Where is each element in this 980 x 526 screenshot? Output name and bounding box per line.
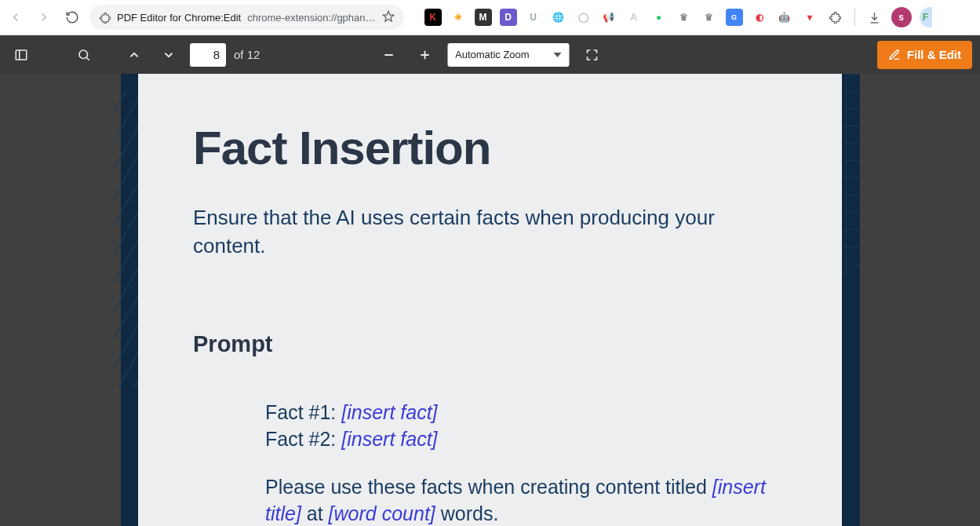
downloads-icon[interactable]	[866, 9, 883, 26]
separator	[854, 9, 855, 26]
extension-icon	[99, 12, 111, 24]
ext-icon-2[interactable]: ✳	[450, 9, 467, 26]
fact-2-placeholder: [insert fact]	[341, 428, 437, 450]
ext-icon-4[interactable]: D	[500, 9, 517, 26]
document-subtitle: Ensure that the AI uses certain facts wh…	[193, 203, 787, 261]
browser-toolbar: PDF Editor for Chrome:Edit chrome-extens…	[0, 0, 980, 35]
ext-icon-11[interactable]: ♛	[676, 9, 693, 26]
ext-icon-10[interactable]: ●	[650, 9, 668, 26]
bookmark-star-icon[interactable]	[382, 10, 395, 25]
sidebar-toggle-icon[interactable]	[8, 42, 35, 68]
svg-line-4	[86, 57, 89, 60]
svg-marker-0	[383, 11, 393, 21]
pdf-page: Fact Insertion Ensure that the AI uses c…	[138, 74, 842, 526]
zoom-in-icon[interactable]	[411, 42, 438, 68]
edit-icon	[888, 49, 901, 61]
fact-1-label: Fact #1:	[265, 401, 341, 423]
zoom-select[interactable]: Automatic Zoom	[447, 43, 569, 67]
ext-icon-1[interactable]: K	[424, 9, 442, 26]
page-title-text: PDF Editor for Chrome:Edit	[117, 12, 241, 24]
ext-icon-7[interactable]: ◯	[575, 9, 592, 26]
pdf-toolbar: of 12 Automatic Zoom Fill & Edit	[0, 35, 980, 74]
fullscreen-icon[interactable]	[578, 42, 605, 68]
word-count-placeholder: [word count]	[329, 502, 435, 524]
document-title: Fact Insertion	[193, 121, 787, 175]
prompt-sentence: Please use these facts when creating con…	[265, 474, 787, 526]
fact-2-label: Fact #2:	[265, 428, 341, 450]
svg-point-3	[79, 50, 88, 59]
page-number-input[interactable]	[190, 43, 226, 67]
words-tail: words.	[435, 502, 499, 524]
fact-1-placeholder: [insert fact]	[341, 401, 437, 423]
search-icon[interactable]	[71, 42, 97, 68]
at-word: at	[301, 502, 329, 524]
ext-icon-8[interactable]: 📢	[600, 9, 618, 26]
ext-icon-3[interactable]: M	[475, 9, 492, 26]
svg-rect-1	[16, 50, 27, 60]
ext-icon-13[interactable]: G	[726, 9, 743, 26]
sentence-lead: Please use these facts when creating con…	[265, 476, 712, 498]
ext-icon-5[interactable]: U	[525, 9, 542, 26]
zoom-select-wrap[interactable]: Automatic Zoom	[447, 43, 569, 67]
fact-2-line: Fact #2: [insert fact]	[265, 426, 787, 453]
ext-icon-9[interactable]: A	[625, 9, 643, 26]
extensions-row: K ✳ M D U 🌐 ◯ 📢 A ● ♛ ♛ G ◐ 🤖 ▾ s F	[424, 7, 932, 27]
next-page-icon[interactable]	[155, 42, 182, 68]
reload-button[interactable]	[61, 6, 83, 28]
pdf-viewport[interactable]: Fact Insertion Ensure that the AI uses c…	[0, 74, 980, 526]
fill-and-edit-button[interactable]: Fill & Edit	[877, 41, 972, 69]
forward-button[interactable]	[33, 6, 55, 28]
prev-page-icon[interactable]	[121, 42, 148, 68]
prompt-heading: Prompt	[193, 331, 787, 357]
ext-icon-14[interactable]: ◐	[751, 9, 768, 26]
address-bar[interactable]: PDF Editor for Chrome:Edit chrome-extens…	[89, 5, 404, 30]
ext-icon-15[interactable]: 🤖	[776, 9, 793, 26]
fill-and-edit-label: Fill & Edit	[907, 48, 961, 61]
extensions-puzzle-icon[interactable]	[826, 9, 843, 26]
prompt-body: Fact #1: [insert fact] Fact #2: [insert …	[265, 400, 787, 526]
profile-avatar[interactable]: s	[891, 7, 912, 27]
fact-1-line: Fact #1: [insert fact]	[265, 400, 787, 426]
toolbar-center-group: Automatic Zoom	[375, 42, 605, 68]
zoom-out-icon[interactable]	[375, 42, 402, 68]
ext-icon-16[interactable]: ▾	[801, 9, 818, 26]
ext-icon-6[interactable]: 🌐	[550, 9, 567, 26]
page-total-label: of 12	[234, 48, 260, 61]
secondary-avatar[interactable]: F	[920, 7, 932, 27]
back-button[interactable]	[5, 6, 27, 28]
ext-icon-12[interactable]: ♛	[701, 9, 718, 26]
url-text: chrome-extension://gphan…	[247, 12, 375, 24]
